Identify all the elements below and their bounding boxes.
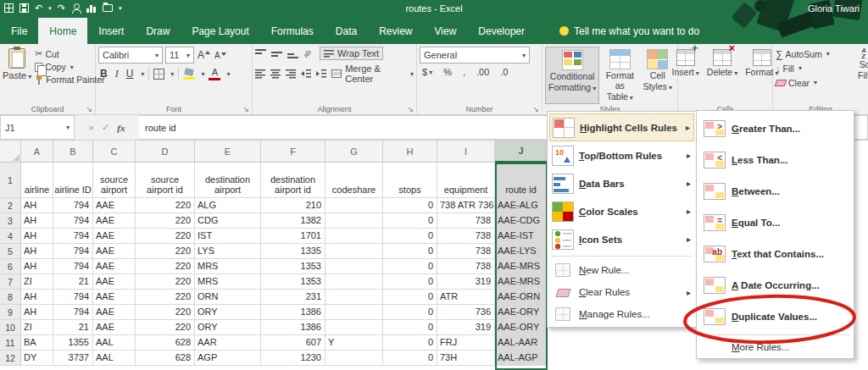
bold-button[interactable]: B xyxy=(98,68,109,80)
cell[interactable]: 794 xyxy=(53,305,93,320)
header-cell[interactable]: source airport xyxy=(93,163,136,198)
font-color-icon[interactable]: A xyxy=(209,68,220,80)
cell[interactable]: AAE-ORY xyxy=(495,305,548,320)
cell[interactable]: 738 xyxy=(437,259,495,274)
submenu-item[interactable]: More Rules... xyxy=(698,338,852,356)
cell[interactable]: AAE-IST xyxy=(495,229,548,244)
sort-filter-button[interactable]: ↓ Sor Filte xyxy=(841,47,868,81)
cell[interactable]: 794 xyxy=(53,244,93,259)
header-cell[interactable]: stops xyxy=(383,163,437,198)
column-header[interactable]: G xyxy=(326,141,383,163)
column-header[interactable]: B xyxy=(53,141,93,163)
dialog-launcher-icon[interactable]: ↘ xyxy=(407,106,414,113)
row-number[interactable]: 12 xyxy=(0,351,21,366)
menu-item[interactable]: Manage Rules... ▸ xyxy=(549,303,694,325)
dialog-launcher-icon[interactable]: ↘ xyxy=(86,106,92,113)
submenu-item[interactable]: Between... xyxy=(698,175,852,207)
insert-cells-button[interactable]: Insert▾ xyxy=(670,47,702,80)
ribbon-tab[interactable]: View xyxy=(424,18,468,44)
ribbon-tab[interactable]: Data xyxy=(325,18,368,44)
cell[interactable]: AAE xyxy=(93,274,136,290)
column-header[interactable]: D xyxy=(136,141,195,163)
cell[interactable]: 0 xyxy=(383,213,437,229)
cell[interactable]: 1230 xyxy=(261,351,326,366)
cell[interactable]: AH xyxy=(21,290,53,305)
cell[interactable]: 1382 xyxy=(261,213,326,229)
submenu-item[interactable]: < Less Than... xyxy=(698,144,852,175)
cell[interactable]: Y xyxy=(326,335,383,351)
cell[interactable]: AAE-MRS xyxy=(495,259,548,274)
submenu-item[interactable]: Duplicate Values... xyxy=(698,301,852,332)
cell[interactable]: 738 xyxy=(437,244,495,259)
cell[interactable]: DY xyxy=(21,351,53,366)
menu-item[interactable]: Icon Sets ▸ xyxy=(549,225,694,253)
number-format-select[interactable]: General▾ xyxy=(420,47,530,64)
menu-item[interactable]: Data Bars ▸ xyxy=(549,169,694,197)
cell[interactable]: 1353 xyxy=(261,259,326,274)
align-left-icon[interactable] xyxy=(255,69,265,79)
cell[interactable]: ALG xyxy=(195,198,261,213)
cell[interactable]: AH xyxy=(21,198,53,213)
increase-font-icon[interactable] xyxy=(197,49,211,61)
cell[interactable]: AAE xyxy=(93,259,136,274)
decrease-decimal-button[interactable]: .0 xyxy=(498,67,510,77)
increase-indent-icon[interactable] xyxy=(316,69,326,78)
cell[interactable]: 1386 xyxy=(261,320,326,335)
cell[interactable]: AAE xyxy=(93,213,136,229)
copy-button[interactable]: Copy▾ xyxy=(35,62,104,72)
cell[interactable]: 794 xyxy=(53,259,93,274)
cell[interactable]: 736 xyxy=(437,305,495,320)
dialog-launcher-icon[interactable]: ↘ xyxy=(532,106,539,113)
cell[interactable]: 738 xyxy=(437,213,495,229)
column-header[interactable]: A xyxy=(21,141,53,163)
cell[interactable]: 220 xyxy=(136,259,195,274)
row-number[interactable]: 6 xyxy=(0,259,21,274)
row-number[interactable]: 4 xyxy=(0,229,21,244)
decrease-font-icon[interactable] xyxy=(214,51,227,60)
cell[interactable] xyxy=(326,229,383,244)
cut-button[interactable]: ✂Cut xyxy=(35,48,104,59)
column-header[interactable]: C xyxy=(93,141,136,163)
cell[interactable]: 0 xyxy=(383,198,437,213)
align-bottom-icon[interactable] xyxy=(287,49,298,58)
cell[interactable]: AAE-LYS xyxy=(495,244,548,259)
align-middle-icon[interactable] xyxy=(271,49,282,58)
cell[interactable]: 794 xyxy=(53,290,93,305)
delete-cells-button[interactable]: Delete▾ xyxy=(704,47,740,80)
header-cell[interactable]: source airport id xyxy=(136,163,195,198)
menu-item[interactable]: Top/Bottom Rules ▸ xyxy=(549,141,694,169)
decrease-indent-icon[interactable] xyxy=(301,69,311,78)
format-painter-button[interactable]: Format Painter xyxy=(35,75,104,85)
cell[interactable]: 1335 xyxy=(261,244,326,259)
cell[interactable]: 210 xyxy=(261,198,326,213)
cell[interactable]: 794 xyxy=(53,229,93,244)
column-header[interactable]: H xyxy=(383,141,437,163)
cell[interactable] xyxy=(326,351,383,366)
cell[interactable]: BA xyxy=(21,335,53,351)
cell[interactable]: LYS xyxy=(195,244,261,259)
borders-icon[interactable] xyxy=(153,69,164,80)
increase-decimal-button[interactable]: .00 xyxy=(474,67,492,77)
cell[interactable]: 220 xyxy=(136,305,195,320)
ribbon-tab[interactable]: Draw xyxy=(135,18,181,44)
paste-button[interactable]: Paste▾ xyxy=(3,47,31,85)
cell[interactable]: AH xyxy=(21,259,53,274)
cell[interactable] xyxy=(326,213,383,229)
merge-center-button[interactable]: Merge & Center▾ xyxy=(331,64,414,84)
cell[interactable]: 0 xyxy=(383,351,437,366)
orientation-icon[interactable] xyxy=(303,48,314,58)
cell[interactable]: 0 xyxy=(383,259,437,274)
column-header[interactable]: J xyxy=(495,141,548,163)
cell[interactable]: 73H xyxy=(437,351,495,366)
cell[interactable]: 220 xyxy=(136,320,195,335)
cell[interactable]: 0 xyxy=(383,320,437,335)
cell[interactable]: 319 xyxy=(437,274,495,290)
cell[interactable]: 0 xyxy=(383,305,437,320)
cell[interactable]: 1353 xyxy=(261,274,326,290)
cell[interactable]: AAE-ALG xyxy=(495,198,548,213)
ribbon-tab[interactable]: Formulas xyxy=(260,18,325,44)
worksheet[interactable]: A B C D E F G H I J 1 airline airli xyxy=(0,141,548,370)
column-header[interactable]: I xyxy=(437,141,495,163)
row-number[interactable]: 9 xyxy=(0,305,21,320)
cell[interactable]: ORY xyxy=(195,305,261,320)
